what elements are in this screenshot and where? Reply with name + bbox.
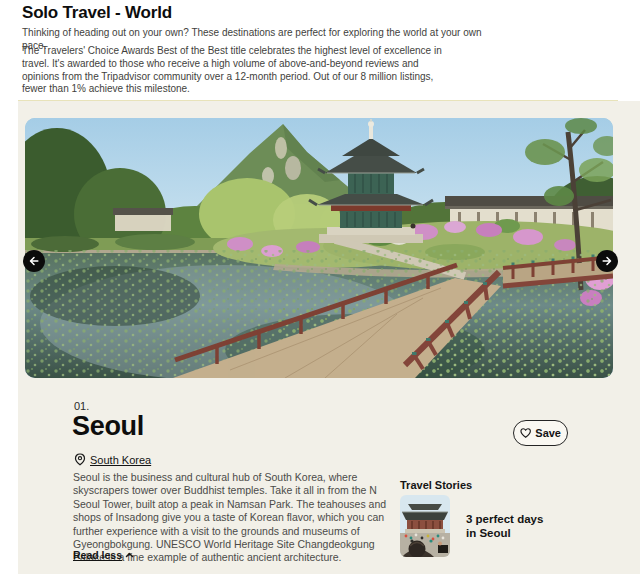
- destination-photo: [25, 118, 613, 378]
- save-button[interactable]: Save: [513, 420, 568, 446]
- destination-name: Seoul: [72, 411, 144, 442]
- save-label: Save: [535, 427, 561, 439]
- country-link[interactable]: South Korea: [74, 453, 151, 466]
- arrow-right-icon: [600, 254, 614, 268]
- page-title: Solo Travel - World: [22, 3, 172, 23]
- heart-icon: [520, 427, 531, 439]
- map-pin-icon: [74, 453, 86, 466]
- story-thumbnail[interactable]: [400, 495, 450, 557]
- carousel-prev-button[interactable]: [23, 250, 45, 272]
- destination-photo-carousel: 2025: [25, 118, 613, 378]
- arrow-left-icon: [27, 254, 41, 268]
- country-label: South Korea: [90, 454, 151, 466]
- travel-stories-heading: Travel Stories: [400, 479, 472, 491]
- awards-note-text: The Travelers' Choice Awards Best of the…: [22, 45, 456, 96]
- read-less-link[interactable]: Read less: [73, 549, 134, 561]
- read-less-label: Read less: [73, 549, 122, 561]
- chevron-up-icon: [125, 551, 134, 559]
- carousel-next-button[interactable]: [596, 250, 618, 272]
- story-title[interactable]: 3 perfect days in Seoul: [466, 512, 552, 540]
